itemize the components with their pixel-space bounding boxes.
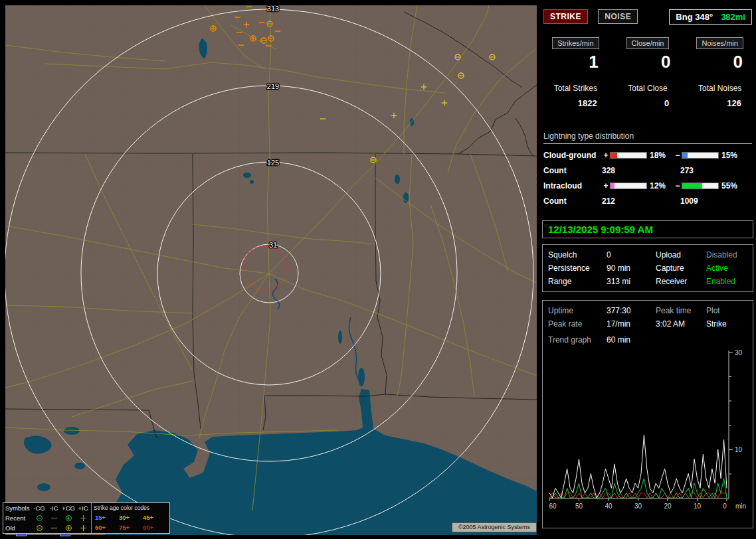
- map-legend: Symbols -CG -IC +CG +IC Recent Old: [3, 502, 170, 534]
- ic-pos-icon: [76, 524, 90, 532]
- minus-sign: −: [674, 151, 682, 160]
- age-code: 45+: [142, 514, 165, 521]
- distribution-title: Lightning type distribution: [543, 131, 752, 144]
- upload-status: Disabled: [706, 250, 747, 260]
- peak-time-label: Peak time: [656, 306, 706, 315]
- trend-graph: 30 10 60 50 40 30 20 10 0 min: [548, 349, 749, 512]
- strikes-per-min: Strikes/min 1: [539, 37, 612, 72]
- x-tick-label: 10: [694, 502, 702, 510]
- distribution-block: Cloud-ground + 18% − 15% Count 328 273 I…: [543, 149, 752, 210]
- ic-neg-icon: [47, 514, 61, 522]
- trend-series-strikes_per_min: [549, 435, 727, 498]
- totals-row: Total Strikes 1822 Total Close 0 Total N…: [539, 84, 756, 108]
- range-ring-label: 125: [267, 159, 279, 167]
- uptime-value: 377:30: [607, 306, 656, 315]
- legend-old-label: Old: [5, 524, 32, 532]
- stats-row: Uptime 377:30 Peak time Plot: [548, 304, 747, 317]
- datetime-display: 12/13/2025 9:09:59 AM: [542, 220, 753, 238]
- receiver-status: Enabled: [706, 277, 747, 286]
- legend-col-neg-ic: -IC: [47, 504, 61, 512]
- capture-status: Active: [706, 264, 747, 273]
- cg-negative-pct: 15%: [719, 151, 745, 160]
- plot-value: Strike: [706, 319, 747, 329]
- trend-window-value: 60 min: [607, 335, 747, 345]
- noise-indicator-button[interactable]: NOISE: [598, 9, 638, 24]
- count-label: Count: [543, 196, 602, 206]
- plot-label: Plot: [706, 306, 747, 315]
- trend-graph-label: Trend graph: [548, 335, 607, 345]
- total-strikes: Total Strikes 1822: [539, 84, 612, 108]
- cg-positive-bar: [610, 152, 647, 159]
- total-noises: Total Noises 126: [684, 84, 756, 108]
- total-close-label: Total Close: [612, 84, 684, 93]
- cg-positive-pct: 18%: [647, 151, 674, 160]
- y-tick-label: 10: [735, 446, 743, 453]
- x-tick-label: 60: [549, 502, 557, 510]
- cg-negative-count: 273: [680, 166, 752, 175]
- capture-label: Capture: [656, 264, 706, 273]
- map-canvas: 313 219 125 31: [5, 5, 537, 535]
- x-tick-label: 40: [605, 502, 613, 510]
- strikes-per-min-value: 1: [539, 52, 612, 72]
- y-tick-label: 30: [735, 349, 743, 356]
- age-code: 15+: [94, 514, 118, 521]
- legend-col-pos-cg: +CG: [61, 504, 76, 512]
- mobile-delta: [358, 368, 365, 386]
- noises-per-min-label: Noises/min: [696, 37, 743, 49]
- bearing-distance: 382mi: [721, 12, 745, 22]
- trend-series-group: [549, 435, 727, 498]
- settings-row: Persistence 90 min Capture Active: [548, 262, 747, 275]
- settings-row: Squelch 0 Upload Disabled: [548, 248, 747, 262]
- ic-negative-bar: [682, 183, 719, 189]
- minus-sign: −: [674, 181, 682, 191]
- ic-pos-icon: [76, 514, 90, 522]
- copyright-watermark: ©2005 Astrogenic Systems: [452, 522, 537, 532]
- bearing-distance-readout: Bng 348°382mi: [669, 9, 752, 25]
- range-ring-label: 313: [267, 5, 279, 13]
- x-tick-label: 0: [723, 502, 727, 510]
- total-strikes-label: Total Strikes: [539, 84, 612, 93]
- cloud-ground-label: Cloud-ground: [543, 151, 602, 160]
- age-code: 75+: [118, 524, 142, 531]
- cg-negative-bar: [682, 152, 719, 159]
- total-close: Total Close 0: [612, 84, 684, 108]
- receiver-label: Receiver: [656, 277, 706, 286]
- map-view[interactable]: 313 219 125 31 ©2005 Astrogenic Systems: [5, 5, 537, 535]
- x-tick-label: 20: [664, 502, 672, 510]
- stats-panel: Uptime 377:30 Peak time Plot Peak rate 1…: [542, 300, 753, 528]
- total-noises-value: 126: [684, 98, 756, 108]
- squelch-value: 0: [607, 250, 656, 260]
- trend-row: Trend graph 60 min: [548, 332, 747, 348]
- ic-negative-count: 1009: [680, 196, 752, 206]
- strike-indicator-button[interactable]: STRIKE: [543, 9, 588, 24]
- intracloud-label: Intracloud: [543, 181, 602, 191]
- range-ring-label: 219: [267, 82, 279, 90]
- x-tick-label: 50: [575, 502, 583, 510]
- range-label: Range: [548, 277, 607, 286]
- cloud-ground-counts: Count 328 273: [543, 162, 752, 179]
- persistence-label: Persistence: [548, 264, 607, 273]
- indicator-row: STRIKE NOISE Bng 348°382mi: [543, 9, 753, 27]
- legend-symbols-title: Symbols: [5, 504, 32, 512]
- noises-per-min: Noises/min 0: [684, 37, 756, 72]
- cg-neg-icon: [32, 514, 47, 522]
- legend-col-pos-ic: +IC: [76, 504, 90, 512]
- stats-row: Peak rate 17/min 3:02 AM Strike: [548, 317, 747, 331]
- close-per-min-value: 0: [612, 52, 684, 72]
- cg-pos-icon: [61, 524, 76, 532]
- sidebar: STRIKE NOISE Bng 348°382mi Strikes/min 1…: [539, 0, 756, 539]
- close-per-min: Close/min 0: [612, 37, 684, 72]
- upload-label: Upload: [656, 250, 706, 260]
- peak-rate-label: Peak rate: [548, 319, 607, 329]
- rates-row: Strikes/min 1 Close/min 0 Noises/min 0: [539, 37, 756, 72]
- total-noises-label: Total Noises: [684, 84, 756, 93]
- total-close-value: 0: [612, 98, 684, 108]
- legend-recent-label: Recent: [5, 514, 32, 522]
- peak-rate-value: 17/min: [607, 319, 656, 329]
- age-code: 60+: [94, 524, 118, 531]
- squelch-label: Squelch: [548, 250, 607, 260]
- app-window: 313 219 125 31 ©2005 Astrogenic Systems …: [0, 0, 756, 539]
- ic-negative-pct: 55%: [719, 181, 745, 191]
- cg-pos-icon: [61, 514, 76, 522]
- noises-per-min-value: 0: [684, 52, 756, 72]
